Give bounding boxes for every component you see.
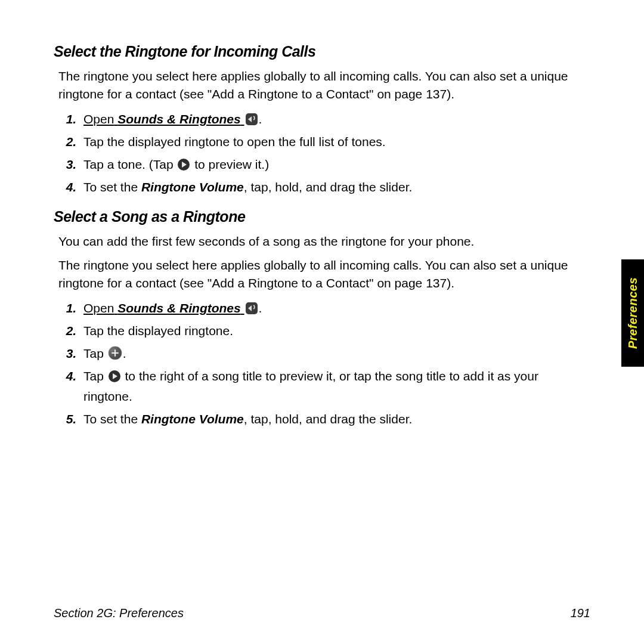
steps-list-1: Open Sounds & Ringtones . Tap the displa…	[58, 109, 590, 197]
side-tab-preferences[interactable]: Preferences	[621, 259, 644, 367]
step-1-3: Tap a tone. (Tap to preview it.)	[80, 154, 590, 175]
steps-list-2: Open Sounds & Ringtones . Tap the displa…	[58, 298, 590, 429]
step-1-2: Tap the displayed ringtone to open the f…	[80, 132, 590, 152]
text: Tap	[83, 369, 107, 383]
period: .	[123, 346, 126, 360]
text: , tap, hold, and drag the slider.	[244, 412, 413, 426]
play-preview-icon	[109, 370, 120, 382]
page-content: Select the Ringtone for Incoming Calls T…	[54, 36, 590, 440]
sounds-ringtones-icon	[246, 113, 258, 125]
step-2-5: To set the Ringtone Volume, tap, hold, a…	[80, 409, 590, 429]
ringtone-volume-label: Ringtone Volume	[141, 412, 244, 426]
page-footer: Section 2G: Preferences 191	[54, 606, 590, 620]
intro-paragraph-2b: The ringtone you select here applies glo…	[58, 256, 590, 292]
app-name: Sounds & Ringtones	[117, 301, 241, 315]
heading-select-ringtone: Select the Ringtone for Incoming Calls	[54, 43, 590, 60]
step-2-2: Tap the displayed ringtone.	[80, 321, 590, 341]
open-text: Open	[83, 301, 114, 315]
intro-paragraph-1: The ringtone you select here applies glo…	[58, 67, 590, 103]
footer-page-number: 191	[571, 606, 590, 620]
text: Tap	[83, 346, 107, 360]
period: .	[259, 112, 262, 126]
text: , tap, hold, and drag the slider.	[244, 180, 413, 194]
heading-select-song: Select a Song as a Ringtone	[54, 208, 590, 225]
step-2-4: Tap to the right of a song title to prev…	[80, 366, 590, 407]
add-music-icon	[109, 346, 122, 360]
text: to preview it.)	[191, 157, 269, 171]
text: To set the	[83, 412, 141, 426]
app-name: Sounds & Ringtones	[117, 112, 241, 126]
intro-paragraph-2a: You can add the first few seconds of a s…	[58, 233, 590, 250]
footer-section-label: Section 2G: Preferences	[54, 606, 184, 620]
ringtone-volume-label: Ringtone Volume	[141, 180, 244, 194]
side-tab-label: Preferences	[626, 277, 640, 349]
text: to the right of a song title to preview …	[83, 369, 538, 403]
open-link[interactable]: Open Sounds & Ringtones	[83, 112, 244, 126]
play-preview-icon	[178, 159, 190, 171]
text: Tap a tone. (Tap	[83, 157, 177, 171]
step-1-4: To set the Ringtone Volume, tap, hold, a…	[80, 177, 590, 197]
open-text: Open	[83, 112, 114, 126]
sounds-ringtones-icon	[246, 302, 258, 314]
text: To set the	[83, 180, 141, 194]
step-2-1: Open Sounds & Ringtones .	[80, 298, 590, 318]
period: .	[259, 301, 262, 315]
step-1-1: Open Sounds & Ringtones .	[80, 109, 590, 129]
open-link[interactable]: Open Sounds & Ringtones	[83, 301, 244, 315]
step-2-3: Tap .	[80, 343, 590, 364]
